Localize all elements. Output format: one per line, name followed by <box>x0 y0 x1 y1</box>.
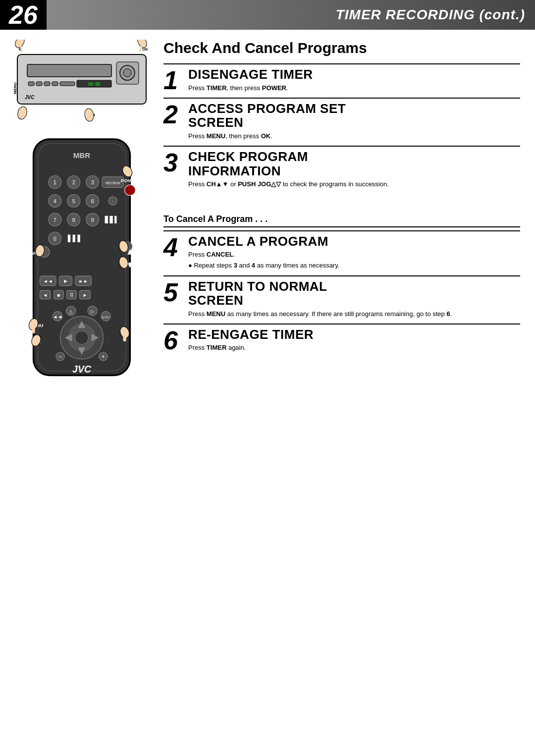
step-5-text: Press MENU as many times as necessary. I… <box>188 310 520 319</box>
svg-text:▻▻: ▻▻ <box>102 314 110 320</box>
svg-text:5: 5 <box>72 198 75 204</box>
svg-text:00:00: 00:00 <box>88 82 100 87</box>
svg-rect-50 <box>114 216 116 223</box>
svg-point-22 <box>84 108 95 122</box>
svg-text:7: 7 <box>54 217 56 223</box>
vcr-device-illustration: 00:00 JVC POWER OK MENU CH <box>12 40 151 119</box>
step-3-heading: CHECK PROGRAMINFORMATION <box>188 150 520 178</box>
svg-text:4: 4 <box>54 198 56 204</box>
svg-text:JVC: JVC <box>25 95 35 100</box>
step-4-block: 4 CANCEL A PROGRAM Press CANCEL. ● Repea… <box>163 230 520 275</box>
vcr-svg: 00:00 JVC POWER OK MENU CH <box>12 40 151 124</box>
svg-point-88 <box>75 331 88 344</box>
step-3-content: CHECK PROGRAMINFORMATION Press CH▲▼ or P… <box>188 147 520 194</box>
svg-text:■: ■ <box>57 292 60 298</box>
step-6-text: Press TIMER again. <box>188 343 520 352</box>
svg-text:+: + <box>102 353 105 360</box>
svg-text:◄◄: ◄◄ <box>53 314 62 320</box>
svg-text:·: · <box>112 198 113 204</box>
svg-point-4 <box>123 69 131 77</box>
svg-text:8: 8 <box>72 217 75 223</box>
spacer <box>163 194 520 205</box>
svg-text:△: △ <box>69 309 73 314</box>
step-4-text: Press CANCEL. <box>188 250 520 259</box>
step-1-text: Press TIMER, then press POWER. <box>188 84 520 93</box>
svg-rect-7 <box>44 82 50 86</box>
step-1-block: 1 DISENGAGE TIMER Press TIMER, then pres… <box>163 63 520 98</box>
step-4-bullet: ● Repeat steps 3 and 4 as many times as … <box>188 261 520 270</box>
step-1-number: 1 <box>163 64 188 98</box>
step-2-number: 2 <box>163 99 188 146</box>
remote-illustration: MBR 1 2 3 REVIEW 4 5 6 · <box>17 134 146 393</box>
page-header: 26 TIMER RECORDING (cont.) <box>0 0 535 30</box>
svg-text:PUSH JOG: PUSH JOG <box>133 325 146 330</box>
svg-rect-107 <box>123 335 126 341</box>
step-4-content: CANCEL A PROGRAM Press CANCEL. ● Repeat … <box>188 231 520 275</box>
section-title: Check And Cancel Programs <box>163 40 520 56</box>
step-2-heading: ACCESS PROGRAM SETSCREEN <box>188 102 520 130</box>
svg-text:MBR: MBR <box>73 151 91 160</box>
svg-text:▷: ▷ <box>91 309 95 314</box>
svg-text:REVIEW: REVIEW <box>106 181 121 185</box>
main-content: 00:00 JVC POWER OK MENU CH <box>0 30 535 756</box>
header-title: TIMER RECORDING (cont.) <box>336 7 525 23</box>
svg-text:TIMER: TIMER <box>134 245 146 250</box>
svg-point-21 <box>16 106 28 120</box>
left-panel: 00:00 JVC POWER OK MENU CH <box>0 35 159 756</box>
step-2-text: Press MENU, then press OK. <box>188 132 520 141</box>
svg-text:►►: ►► <box>79 278 88 284</box>
svg-text:POWER: POWER <box>121 178 139 183</box>
svg-text:►: ► <box>63 278 68 284</box>
page-number: 26 <box>0 0 47 30</box>
svg-text:2: 2 <box>72 179 75 185</box>
step-2-content: ACCESS PROGRAM SETSCREEN Press MENU, the… <box>188 99 520 146</box>
step-6-content: RE-ENGAGE TIMER Press TIMER again. <box>188 324 520 358</box>
svg-text:CH: CH <box>138 259 145 265</box>
step-3-number: 3 <box>163 147 188 194</box>
step-1-heading: DISENGAGE TIMER <box>188 67 520 82</box>
step-1-content: DISENGAGE TIMER Press TIMER, then press … <box>188 64 520 98</box>
step-6-block: 6 RE-ENGAGE TIMER Press TIMER again. <box>163 324 520 358</box>
svg-rect-103 <box>32 327 35 333</box>
svg-text:3: 3 <box>91 179 94 185</box>
svg-text:0: 0 <box>54 236 56 242</box>
svg-text:9: 9 <box>91 217 94 223</box>
header-title-bar: TIMER RECORDING (cont.) <box>47 0 535 30</box>
step-2-block: 2 ACCESS PROGRAM SETSCREEN Press MENU, t… <box>163 98 520 146</box>
step-3-text: Press CH▲▼ or PUSH JOG△▽ to check the pr… <box>188 180 520 189</box>
svg-text:MENU: MENU <box>13 82 17 94</box>
svg-text:►: ► <box>83 292 88 298</box>
svg-point-57 <box>125 185 136 196</box>
svg-text:6: 6 <box>91 198 94 204</box>
step-3-block: 3 CHECK PROGRAMINFORMATION Press CH▲▼ or… <box>163 146 520 194</box>
remote-svg: MBR 1 2 3 REVIEW 4 5 6 · <box>17 134 146 391</box>
step-4-number: 4 <box>163 231 188 275</box>
svg-rect-5 <box>28 82 34 86</box>
svg-text:◄◄: ◄◄ <box>43 278 53 284</box>
step-6-number: 6 <box>163 324 188 358</box>
svg-text:JVC: JVC <box>72 364 92 375</box>
svg-rect-1 <box>27 64 111 77</box>
svg-text:II: II <box>70 292 73 298</box>
svg-rect-49 <box>109 216 113 223</box>
svg-rect-48 <box>105 216 108 223</box>
step-6-heading: RE-ENGAGE TIMER <box>188 327 520 342</box>
svg-rect-9 <box>60 82 75 86</box>
svg-rect-6 <box>36 82 42 86</box>
svg-rect-8 <box>52 82 58 86</box>
step-4-heading: CANCEL A PROGRAM <box>188 234 520 249</box>
svg-text:−: − <box>58 353 62 360</box>
step-5-heading: RETURN TO NORMALSCREEN <box>188 279 520 308</box>
svg-rect-53 <box>68 235 70 242</box>
svg-rect-55 <box>77 235 80 242</box>
step-5-block: 5 RETURN TO NORMALSCREEN Press MENU as m… <box>163 275 520 324</box>
svg-rect-54 <box>73 235 75 242</box>
step-5-content: RETURN TO NORMALSCREEN Press MENU as man… <box>188 276 520 324</box>
cancel-subsection-title: To Cancel A Program . . . <box>163 214 520 227</box>
svg-text:1: 1 <box>54 179 56 185</box>
step-5-number: 5 <box>163 276 188 324</box>
svg-text:◄: ◄ <box>43 292 48 298</box>
right-panel: Check And Cancel Programs 1 DISENGAGE TI… <box>159 35 535 756</box>
